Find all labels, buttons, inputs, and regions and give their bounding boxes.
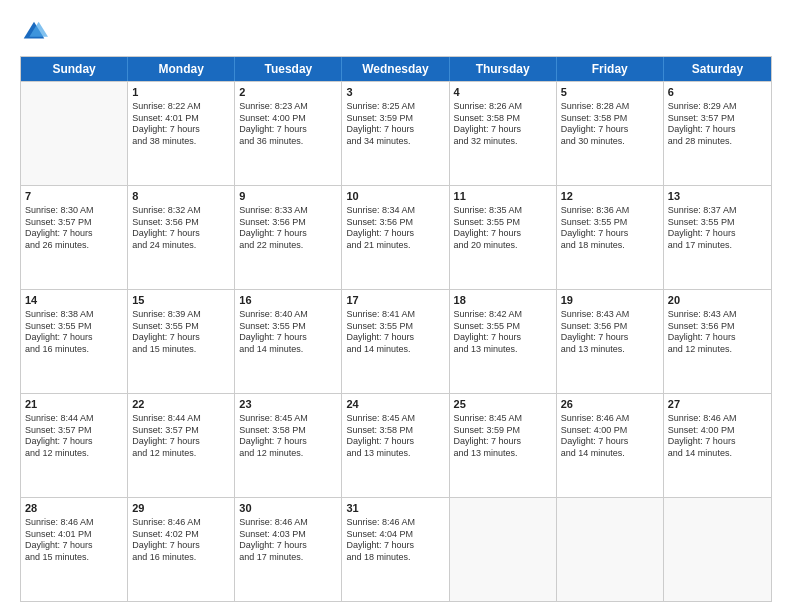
day-number: 21 <box>25 397 123 412</box>
calendar-cell-1-2: 9Sunrise: 8:33 AM Sunset: 3:56 PM Daylig… <box>235 186 342 289</box>
day-number: 14 <box>25 293 123 308</box>
cell-info: Sunrise: 8:26 AM Sunset: 3:58 PM Dayligh… <box>454 101 552 148</box>
calendar-cell-4-5 <box>557 498 664 601</box>
calendar-cell-1-4: 11Sunrise: 8:35 AM Sunset: 3:55 PM Dayli… <box>450 186 557 289</box>
day-number: 31 <box>346 501 444 516</box>
calendar-cell-4-1: 29Sunrise: 8:46 AM Sunset: 4:02 PM Dayli… <box>128 498 235 601</box>
day-number: 3 <box>346 85 444 100</box>
calendar-cell-3-3: 24Sunrise: 8:45 AM Sunset: 3:58 PM Dayli… <box>342 394 449 497</box>
header-day-sunday: Sunday <box>21 57 128 81</box>
cell-info: Sunrise: 8:30 AM Sunset: 3:57 PM Dayligh… <box>25 205 123 252</box>
day-number: 30 <box>239 501 337 516</box>
calendar-cell-3-1: 22Sunrise: 8:44 AM Sunset: 3:57 PM Dayli… <box>128 394 235 497</box>
cell-info: Sunrise: 8:41 AM Sunset: 3:55 PM Dayligh… <box>346 309 444 356</box>
calendar-cell-2-2: 16Sunrise: 8:40 AM Sunset: 3:55 PM Dayli… <box>235 290 342 393</box>
header-day-friday: Friday <box>557 57 664 81</box>
header-day-wednesday: Wednesday <box>342 57 449 81</box>
calendar-cell-2-6: 20Sunrise: 8:43 AM Sunset: 3:56 PM Dayli… <box>664 290 771 393</box>
day-number: 23 <box>239 397 337 412</box>
cell-info: Sunrise: 8:44 AM Sunset: 3:57 PM Dayligh… <box>132 413 230 460</box>
day-number: 27 <box>668 397 767 412</box>
header <box>20 18 772 46</box>
calendar-row-2: 14Sunrise: 8:38 AM Sunset: 3:55 PM Dayli… <box>21 289 771 393</box>
calendar-header: SundayMondayTuesdayWednesdayThursdayFrid… <box>21 57 771 81</box>
calendar-row-1: 7Sunrise: 8:30 AM Sunset: 3:57 PM Daylig… <box>21 185 771 289</box>
day-number: 4 <box>454 85 552 100</box>
calendar-body: 1Sunrise: 8:22 AM Sunset: 4:01 PM Daylig… <box>21 81 771 601</box>
cell-info: Sunrise: 8:45 AM Sunset: 3:58 PM Dayligh… <box>239 413 337 460</box>
header-day-saturday: Saturday <box>664 57 771 81</box>
cell-info: Sunrise: 8:46 AM Sunset: 4:00 PM Dayligh… <box>561 413 659 460</box>
day-number: 17 <box>346 293 444 308</box>
calendar-cell-1-5: 12Sunrise: 8:36 AM Sunset: 3:55 PM Dayli… <box>557 186 664 289</box>
cell-info: Sunrise: 8:46 AM Sunset: 4:00 PM Dayligh… <box>668 413 767 460</box>
cell-info: Sunrise: 8:39 AM Sunset: 3:55 PM Dayligh… <box>132 309 230 356</box>
calendar-cell-3-6: 27Sunrise: 8:46 AM Sunset: 4:00 PM Dayli… <box>664 394 771 497</box>
day-number: 12 <box>561 189 659 204</box>
calendar-cell-3-0: 21Sunrise: 8:44 AM Sunset: 3:57 PM Dayli… <box>21 394 128 497</box>
calendar-cell-0-3: 3Sunrise: 8:25 AM Sunset: 3:59 PM Daylig… <box>342 82 449 185</box>
cell-info: Sunrise: 8:45 AM Sunset: 3:58 PM Dayligh… <box>346 413 444 460</box>
day-number: 29 <box>132 501 230 516</box>
day-number: 22 <box>132 397 230 412</box>
calendar-cell-0-6: 6Sunrise: 8:29 AM Sunset: 3:57 PM Daylig… <box>664 82 771 185</box>
header-day-monday: Monday <box>128 57 235 81</box>
calendar-cell-2-1: 15Sunrise: 8:39 AM Sunset: 3:55 PM Dayli… <box>128 290 235 393</box>
day-number: 7 <box>25 189 123 204</box>
calendar-cell-0-2: 2Sunrise: 8:23 AM Sunset: 4:00 PM Daylig… <box>235 82 342 185</box>
day-number: 6 <box>668 85 767 100</box>
calendar-cell-1-6: 13Sunrise: 8:37 AM Sunset: 3:55 PM Dayli… <box>664 186 771 289</box>
calendar-cell-2-0: 14Sunrise: 8:38 AM Sunset: 3:55 PM Dayli… <box>21 290 128 393</box>
calendar-cell-4-4 <box>450 498 557 601</box>
calendar-cell-4-2: 30Sunrise: 8:46 AM Sunset: 4:03 PM Dayli… <box>235 498 342 601</box>
day-number: 11 <box>454 189 552 204</box>
day-number: 26 <box>561 397 659 412</box>
cell-info: Sunrise: 8:32 AM Sunset: 3:56 PM Dayligh… <box>132 205 230 252</box>
calendar-row-0: 1Sunrise: 8:22 AM Sunset: 4:01 PM Daylig… <box>21 81 771 185</box>
day-number: 18 <box>454 293 552 308</box>
calendar: SundayMondayTuesdayWednesdayThursdayFrid… <box>20 56 772 602</box>
calendar-cell-1-1: 8Sunrise: 8:32 AM Sunset: 3:56 PM Daylig… <box>128 186 235 289</box>
calendar-cell-3-5: 26Sunrise: 8:46 AM Sunset: 4:00 PM Dayli… <box>557 394 664 497</box>
logo <box>20 18 52 46</box>
cell-info: Sunrise: 8:46 AM Sunset: 4:02 PM Dayligh… <box>132 517 230 564</box>
calendar-cell-0-5: 5Sunrise: 8:28 AM Sunset: 3:58 PM Daylig… <box>557 82 664 185</box>
day-number: 20 <box>668 293 767 308</box>
cell-info: Sunrise: 8:46 AM Sunset: 4:03 PM Dayligh… <box>239 517 337 564</box>
cell-info: Sunrise: 8:42 AM Sunset: 3:55 PM Dayligh… <box>454 309 552 356</box>
day-number: 9 <box>239 189 337 204</box>
day-number: 8 <box>132 189 230 204</box>
cell-info: Sunrise: 8:35 AM Sunset: 3:55 PM Dayligh… <box>454 205 552 252</box>
day-number: 25 <box>454 397 552 412</box>
calendar-cell-0-0 <box>21 82 128 185</box>
day-number: 5 <box>561 85 659 100</box>
logo-icon <box>20 18 48 46</box>
cell-info: Sunrise: 8:33 AM Sunset: 3:56 PM Dayligh… <box>239 205 337 252</box>
calendar-cell-2-4: 18Sunrise: 8:42 AM Sunset: 3:55 PM Dayli… <box>450 290 557 393</box>
cell-info: Sunrise: 8:25 AM Sunset: 3:59 PM Dayligh… <box>346 101 444 148</box>
cell-info: Sunrise: 8:29 AM Sunset: 3:57 PM Dayligh… <box>668 101 767 148</box>
header-day-tuesday: Tuesday <box>235 57 342 81</box>
cell-info: Sunrise: 8:46 AM Sunset: 4:01 PM Dayligh… <box>25 517 123 564</box>
calendar-cell-2-5: 19Sunrise: 8:43 AM Sunset: 3:56 PM Dayli… <box>557 290 664 393</box>
day-number: 10 <box>346 189 444 204</box>
day-number: 1 <box>132 85 230 100</box>
cell-info: Sunrise: 8:45 AM Sunset: 3:59 PM Dayligh… <box>454 413 552 460</box>
calendar-cell-2-3: 17Sunrise: 8:41 AM Sunset: 3:55 PM Dayli… <box>342 290 449 393</box>
calendar-cell-1-0: 7Sunrise: 8:30 AM Sunset: 3:57 PM Daylig… <box>21 186 128 289</box>
cell-info: Sunrise: 8:46 AM Sunset: 4:04 PM Dayligh… <box>346 517 444 564</box>
day-number: 24 <box>346 397 444 412</box>
calendar-row-4: 28Sunrise: 8:46 AM Sunset: 4:01 PM Dayli… <box>21 497 771 601</box>
calendar-cell-4-6 <box>664 498 771 601</box>
cell-info: Sunrise: 8:34 AM Sunset: 3:56 PM Dayligh… <box>346 205 444 252</box>
cell-info: Sunrise: 8:38 AM Sunset: 3:55 PM Dayligh… <box>25 309 123 356</box>
cell-info: Sunrise: 8:23 AM Sunset: 4:00 PM Dayligh… <box>239 101 337 148</box>
calendar-cell-1-3: 10Sunrise: 8:34 AM Sunset: 3:56 PM Dayli… <box>342 186 449 289</box>
page: SundayMondayTuesdayWednesdayThursdayFrid… <box>0 0 792 612</box>
day-number: 15 <box>132 293 230 308</box>
cell-info: Sunrise: 8:43 AM Sunset: 3:56 PM Dayligh… <box>561 309 659 356</box>
cell-info: Sunrise: 8:28 AM Sunset: 3:58 PM Dayligh… <box>561 101 659 148</box>
calendar-row-3: 21Sunrise: 8:44 AM Sunset: 3:57 PM Dayli… <box>21 393 771 497</box>
day-number: 19 <box>561 293 659 308</box>
cell-info: Sunrise: 8:40 AM Sunset: 3:55 PM Dayligh… <box>239 309 337 356</box>
